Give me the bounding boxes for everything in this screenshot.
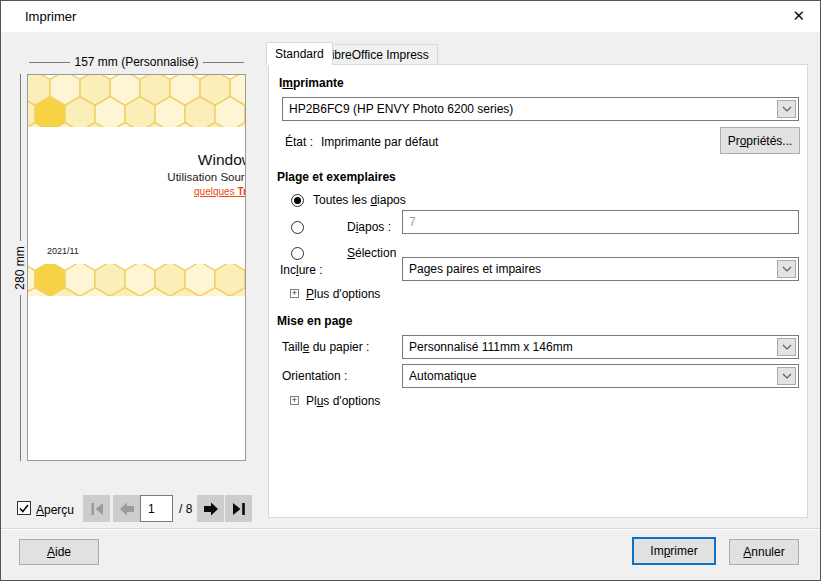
slide-date: 2021/11: [47, 246, 79, 256]
tab-standard[interactable]: Standard: [266, 42, 333, 65]
dropdown-chevron-icon[interactable]: [777, 100, 796, 118]
radio-selection-label[interactable]: Sélection: [347, 246, 396, 260]
properties-button[interactable]: Propriétés...: [720, 127, 800, 154]
expand-icon[interactable]: +: [290, 396, 299, 405]
paper-height-label: 280 mm: [13, 241, 27, 295]
cancel-button[interactable]: Annuler: [729, 539, 799, 565]
preview-checkbox-label[interactable]: Aperçu: [36, 503, 74, 517]
print-options-panel: Imprimante HP2B6FC9 (HP ENVY Photo 6200 …: [268, 64, 808, 518]
radio-all-slides-label[interactable]: Toutes les diapos: [313, 193, 406, 207]
paper-width-dimension: 157 mm (Personnalisé): [29, 55, 244, 69]
paper-size-select[interactable]: Personnalisé 111mm x 146mm: [402, 335, 799, 359]
orientation-select[interactable]: Automatique: [402, 364, 799, 388]
slides-range-input[interactable]: [402, 210, 799, 234]
dropdown-chevron-icon[interactable]: [777, 338, 796, 356]
dialog-title: Imprimer: [25, 9, 76, 24]
honeycomb-strip-top: [28, 75, 245, 127]
previous-page-button[interactable]: [113, 495, 140, 522]
layout-more-options-link[interactable]: Plus d'options: [306, 394, 380, 408]
dimension-line: [203, 62, 244, 63]
range-section-heading: Plage et exemplaires: [277, 170, 396, 184]
radio-slides[interactable]: [291, 221, 304, 234]
printer-section-heading: Imprimante: [279, 76, 344, 90]
slide-subtitle: Utilisation Souris: [167, 171, 246, 183]
include-select-value: Pages paires et impaires: [409, 258, 772, 280]
printer-status-value: Imprimante par défaut: [321, 135, 438, 149]
expand-icon[interactable]: +: [290, 289, 299, 298]
dropdown-chevron-icon[interactable]: [777, 367, 796, 385]
last-page-icon: [228, 498, 250, 520]
footer-separator: [1, 528, 820, 530]
radio-selection[interactable]: [291, 247, 304, 260]
first-page-button[interactable]: [83, 495, 110, 522]
next-page-icon: [200, 498, 222, 520]
printer-select[interactable]: HP2B6FC9 (HP ENVY Photo 6200 series): [282, 97, 799, 121]
paper-width-label: 157 mm (Personnalisé): [74, 55, 198, 69]
include-select[interactable]: Pages paires et impaires: [402, 257, 799, 281]
print-dialog: Imprimer ✕ 157 mm (Personnalisé) 280 mm …: [0, 0, 821, 581]
dropdown-chevron-icon[interactable]: [777, 260, 796, 278]
honeycomb-strip-middle: [28, 264, 245, 296]
check-icon: [18, 502, 30, 514]
paper-size-label: Taille du papier :: [282, 340, 369, 354]
range-more-options-link[interactable]: Plus d'options: [306, 287, 380, 301]
slide-title: Window: [198, 151, 246, 169]
next-page-button[interactable]: [197, 495, 224, 522]
preview-checkbox[interactable]: [17, 501, 31, 515]
last-page-button[interactable]: [225, 495, 252, 522]
orientation-label: Orientation :: [282, 369, 347, 383]
layout-section-heading: Mise en page: [277, 314, 352, 328]
previous-page-icon: [116, 498, 138, 520]
dimension-line: [29, 62, 70, 63]
include-label: Inclure :: [280, 263, 323, 277]
print-button[interactable]: Imprimer: [632, 537, 716, 565]
page-total-label: / 8: [179, 502, 192, 516]
radio-slides-label[interactable]: Diapos :: [347, 220, 391, 234]
print-preview-slide: Window Utilisation Souris quelques Tru 2…: [27, 74, 246, 461]
orientation-select-value: Automatique: [409, 365, 772, 387]
first-page-icon: [86, 498, 108, 520]
close-icon[interactable]: ✕: [792, 7, 805, 25]
tab-libreoffice-impress[interactable]: LibreOffice Impress: [317, 44, 438, 65]
printer-select-value: HP2B6FC9 (HP ENVY Photo 6200 series): [289, 98, 772, 120]
page-number-input[interactable]: [140, 495, 173, 522]
radio-all-slides[interactable]: [291, 194, 304, 207]
paper-size-select-value: Personnalisé 111mm x 146mm: [409, 336, 772, 358]
titlebar: Imprimer ✕: [1, 1, 820, 32]
printer-status-label: État :: [285, 135, 313, 149]
slide-link-text: quelques Tru: [194, 186, 246, 197]
help-button[interactable]: Aide: [19, 539, 99, 565]
